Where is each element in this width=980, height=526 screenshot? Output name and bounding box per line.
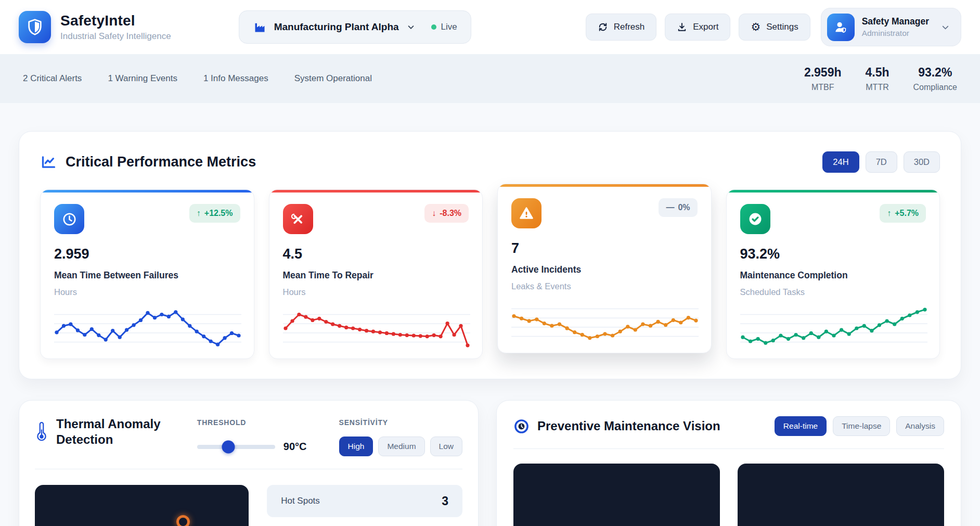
divider xyxy=(513,448,944,449)
user-shield-avatar-icon xyxy=(827,14,855,41)
metric-card-accent xyxy=(269,190,483,193)
sensitivity-control: SENSİTİVİTY HighMediumLow xyxy=(339,416,462,456)
status-item: 2 Critical Alerts xyxy=(23,73,82,84)
critical-performance-metrics-panel: Critical Performance Metrics 24H7D30D ↑ … xyxy=(19,131,961,379)
vision-panel-title: Preventive Maintenance Vision xyxy=(537,419,720,433)
preventive-maintenance-panel: Preventive Maintenance Vision Real-timeT… xyxy=(496,400,961,526)
7d-button[interactable]: 7D xyxy=(866,151,897,173)
threshold-slider[interactable] xyxy=(197,445,275,449)
status-item: System Operational xyxy=(294,73,372,84)
thermal-camera-view[interactable] xyxy=(35,485,249,526)
trend-arrow-icon: ↑ xyxy=(197,209,201,218)
metric-sparkline xyxy=(511,300,698,345)
metric-title: Mean Time To Repair xyxy=(283,270,469,281)
metric-sparkline xyxy=(283,305,469,351)
gear-icon: ⚙ xyxy=(751,21,760,33)
clock-icon xyxy=(54,204,84,234)
hot-spots-stat: Hot Spots 3 xyxy=(267,485,462,517)
app-title: SafetyIntel xyxy=(60,12,171,29)
sensitivity-buttons: HighMediumLow xyxy=(339,437,462,456)
thermometer-icon xyxy=(35,416,48,443)
metric-subtitle: Hours xyxy=(283,287,469,297)
metric-value: 4.5 xyxy=(283,246,469,262)
metric-title: Maintenance Completion xyxy=(740,270,926,281)
trend-badge: ↑ +12.5% xyxy=(189,204,240,223)
trend-badge: ↑ +5.7% xyxy=(880,204,926,223)
metric-subtitle: Leaks & Events xyxy=(511,281,698,291)
low-button[interactable]: Low xyxy=(430,437,462,456)
settings-button[interactable]: ⚙ Settings xyxy=(739,14,810,41)
kpi-value: 93.2% xyxy=(913,66,957,80)
trend-arrow-icon: ↓ xyxy=(432,209,436,218)
live-status: Live xyxy=(431,22,457,32)
download-icon xyxy=(677,22,687,32)
chart-line-icon xyxy=(40,153,57,171)
hot-spot-marker-icon xyxy=(176,515,190,526)
warning-icon xyxy=(511,198,541,228)
metric-card[interactable]: ↑ +5.7% 93.2% Maintenance Completion Sch… xyxy=(726,189,940,359)
metric-title: Active Incidents xyxy=(511,264,698,275)
24h-button[interactable]: 24H xyxy=(822,151,859,173)
plant-selector-label: Manufacturing Plant Alpha xyxy=(274,21,399,33)
chevron-down-icon xyxy=(406,22,416,32)
vision-camera-view-1[interactable] xyxy=(513,464,720,526)
time-lapse-button[interactable]: Time-lapse xyxy=(833,416,890,436)
trend-arrow-icon: — xyxy=(666,203,674,212)
metric-title: Mean Time Between Failures xyxy=(54,270,240,281)
kpi-label: MTTR xyxy=(865,83,889,92)
trend-badge: ↓ -8.3% xyxy=(424,204,469,223)
metric-value: 7 xyxy=(511,240,698,256)
vision-camera-view-2[interactable] xyxy=(738,464,944,526)
threshold-label: THRESHOLD xyxy=(197,418,307,427)
factory-icon xyxy=(253,20,267,34)
refresh-button[interactable]: Refresh xyxy=(586,14,657,41)
30d-button[interactable]: 30D xyxy=(904,151,940,173)
thermal-panel-title: Thermal Anomaly Detection xyxy=(56,416,183,448)
thermal-anomaly-panel: Thermal Anomaly Detection THRESHOLD 90°C… xyxy=(19,400,479,526)
high-button[interactable]: High xyxy=(339,437,373,456)
time-range-buttons: 24H7D30D xyxy=(822,151,940,173)
threshold-value: 90°C xyxy=(283,441,307,453)
plant-selector[interactable]: Manufacturing Plant Alpha Live xyxy=(239,10,471,44)
metric-cards: ↑ +12.5% 2.959 Mean Time Between Failure… xyxy=(40,189,940,359)
profile-menu[interactable]: Safety Manager Administrator xyxy=(821,8,961,46)
analysis-button[interactable]: Analysis xyxy=(896,416,944,436)
app-tagline: Industrial Safety Intelligence xyxy=(60,31,171,42)
kpi: 4.5h MTTR xyxy=(865,66,889,92)
trend-badge: — 0% xyxy=(659,198,697,217)
metric-sparkline xyxy=(740,305,926,351)
metrics-panel-title: Critical Performance Metrics xyxy=(66,154,256,170)
profile-role: Administrator xyxy=(862,29,929,38)
vision-mode-buttons: Real-timeTime-lapseAnalysis xyxy=(775,416,944,436)
metric-subtitle: Hours xyxy=(54,287,240,297)
metric-card-accent xyxy=(498,184,711,187)
status-item: 1 Info Messages xyxy=(203,73,268,84)
divider xyxy=(35,469,462,469)
hot-spots-label: Hot Spots xyxy=(281,496,320,506)
metric-card[interactable]: ↑ +12.5% 2.959 Mean Time Between Failure… xyxy=(40,189,254,359)
kpi: 2.959h MTBF xyxy=(804,66,842,92)
hot-spots-value: 3 xyxy=(442,494,448,508)
live-dot-icon xyxy=(431,24,436,30)
metric-sparkline xyxy=(54,305,240,351)
sensitivity-label: SENSİTİVİTY xyxy=(339,418,462,427)
kpi-label: MTBF xyxy=(804,83,842,92)
metric-value: 2.959 xyxy=(54,246,240,262)
metric-card[interactable]: — 0% 7 Active Incidents Leaks & Events xyxy=(497,184,712,353)
brand: SafetyIntel Industrial Safety Intelligen… xyxy=(19,11,171,43)
chevron-down-icon xyxy=(940,22,950,32)
metric-card[interactable]: ↓ -8.3% 4.5 Mean Time To Repair Hours xyxy=(269,189,483,359)
real-time-button[interactable]: Real-time xyxy=(775,416,827,436)
trend-arrow-icon: ↑ xyxy=(887,209,891,218)
kpi: 93.2% Compliance xyxy=(913,66,957,92)
metric-card-accent xyxy=(727,190,940,193)
refresh-icon xyxy=(598,22,608,32)
medium-button[interactable]: Medium xyxy=(378,437,424,456)
vision-eye-icon xyxy=(513,418,530,434)
kpi-value: 4.5h xyxy=(865,66,889,80)
threshold-slider-thumb[interactable] xyxy=(222,440,235,453)
live-label: Live xyxy=(441,22,457,32)
shield-logo-icon xyxy=(19,11,51,43)
export-button[interactable]: Export xyxy=(665,14,730,41)
threshold-control: THRESHOLD 90°C xyxy=(197,416,307,453)
